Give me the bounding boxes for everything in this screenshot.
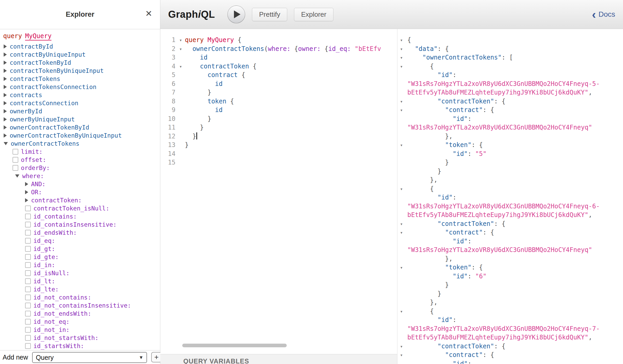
explorer-node-contractTokenById[interactable]: contractTokenById [3,58,160,67]
explorer-node-id_in[interactable]: id_in: [3,261,160,269]
checkbox[interactable] [25,286,31,292]
explorer-node-OR[interactable]: OR: [3,188,160,196]
checkbox[interactable] [25,319,31,325]
expand-arrow-icon[interactable] [25,198,28,202]
explorer-node-limit[interactable]: limit: [3,148,160,156]
docs-link[interactable]: ‹ Docs [592,10,615,19]
fold-arrow-icon[interactable]: ▾ [397,36,407,45]
fold-arrow-icon[interactable]: ▾ [397,263,407,272]
expand-arrow-icon[interactable] [4,109,7,113]
fold-arrow-icon[interactable]: ▾ [397,185,407,193]
explorer-node-contractByUniqueInput[interactable]: contractByUniqueInput [3,50,160,58]
fold-arrow-icon[interactable]: ▾ [397,141,407,150]
collapse-arrow-icon[interactable] [15,174,19,178]
explorer-node-where[interactable]: where: [3,172,160,180]
prettify-button[interactable]: Prettify [252,8,287,21]
query-name[interactable]: MyQuery [25,32,51,40]
explorer-node-contractTokenByUniqueInput[interactable]: contractTokenByUniqueInput [3,67,160,75]
explorer-node-id_contains[interactable]: id_contains: [3,212,160,220]
explorer-toggle-button[interactable]: Explorer [294,8,333,21]
explorer-node-contractsConnection[interactable]: contractsConnection [3,99,160,107]
checkbox[interactable] [25,270,31,276]
expand-arrow-icon[interactable] [4,101,7,105]
explorer-node-id_startsWith[interactable]: id_startsWith: [3,342,160,350]
checkbox[interactable] [25,254,31,260]
explorer-node-ownerById[interactable]: ownerById [3,107,160,115]
expand-arrow-icon[interactable] [4,69,7,73]
fold-arrow-icon[interactable]: ▾ [397,228,407,237]
close-icon[interactable]: ✕ [145,9,152,18]
collapse-arrow-icon[interactable] [4,142,8,145]
explorer-node-id_gte[interactable]: id_gte: [3,253,160,261]
explorer-node-contractById[interactable]: contractById [3,42,160,50]
explorer-node-id_not_in[interactable]: id_not_in: [3,326,160,334]
add-new-operation-select[interactable]: Query ▼ [32,352,147,363]
checkbox[interactable] [25,295,31,300]
explorer-node-id_eq[interactable]: id_eq: [3,237,160,245]
expand-arrow-icon[interactable] [4,117,7,121]
checkbox[interactable] [25,327,31,333]
expand-arrow-icon[interactable] [4,85,7,89]
expand-arrow-icon[interactable] [25,182,28,186]
fold-arrow-icon[interactable]: ▾ [177,62,185,71]
fold-arrow-icon[interactable]: ▾ [397,106,407,115]
execute-query-button[interactable] [227,5,245,23]
checkbox[interactable] [25,311,31,316]
fold-arrow-icon[interactable]: ▾ [177,45,185,54]
explorer-node-id_gt[interactable]: id_gt: [3,245,160,253]
fold-arrow-icon[interactable]: ▾ [397,220,407,228]
explorer-node-ownerByUniqueInput[interactable]: ownerByUniqueInput [3,115,160,123]
query-variables-header[interactable]: QUERY VARIABLES [160,354,397,364]
explorer-node-offset[interactable]: offset: [3,156,160,164]
explorer-node-contractToken[interactable]: contractToken: [3,196,160,204]
fold-arrow-icon[interactable]: ▾ [397,351,407,360]
expand-arrow-icon[interactable] [4,77,7,81]
checkbox[interactable] [25,303,31,308]
explorer-node-contractToken_isNull[interactable]: contractToken_isNull: [3,204,160,212]
checkbox[interactable] [13,149,18,155]
fold-arrow-icon[interactable]: ▾ [397,342,407,351]
explorer-node-id_endsWith[interactable]: id_endsWith: [3,228,160,237]
explorer-node-contractTokens[interactable]: contractTokens [3,75,160,83]
explorer-node-id_not_startsWith[interactable]: id_not_startsWith: [3,334,160,342]
explorer-node-AND[interactable]: AND: [3,180,160,188]
expand-arrow-icon[interactable] [4,125,7,130]
checkbox[interactable] [25,214,31,219]
explorer-node-ownerContractTokenByUniqueInput[interactable]: ownerContractTokenByUniqueInput [3,131,160,139]
expand-arrow-icon[interactable] [4,52,7,57]
explorer-node-contractTokensConnection[interactable]: contractTokensConnection [3,83,160,91]
explorer-node-orderBy[interactable]: orderBy: [3,164,160,172]
fold-arrow-icon[interactable]: ▾ [397,307,407,316]
explorer-node-contracts[interactable]: contracts [3,91,160,99]
explorer-node-id_not_containsInsensitive[interactable]: id_not_containsInsensitive: [3,301,160,309]
checkbox[interactable] [25,206,31,211]
checkbox[interactable] [13,165,18,171]
explorer-node-ownerContractTokenById[interactable]: ownerContractTokenById [3,123,160,131]
explorer-node-id_lte[interactable]: id_lte: [3,285,160,293]
fold-arrow-icon[interactable]: ▾ [397,97,407,106]
explorer-node-ownerContractTokens[interactable]: ownerContractTokens [3,139,160,148]
fold-arrow-icon[interactable]: ▾ [397,53,407,62]
explorer-node-id_not_eq[interactable]: id_not_eq: [3,318,160,326]
expand-arrow-icon[interactable] [25,190,28,194]
explorer-node-id_isNull[interactable]: id_isNull: [3,269,160,277]
explorer-node-id_lt[interactable]: id_lt: [3,277,160,285]
fold-arrow-icon[interactable]: ▾ [177,36,185,45]
checkbox[interactable] [25,335,31,341]
checkbox[interactable] [25,222,31,227]
checkbox[interactable] [25,246,31,252]
checkbox[interactable] [25,278,31,284]
checkbox[interactable] [25,343,31,349]
explorer-node-id_not_endsWith[interactable]: id_not_endsWith: [3,309,160,318]
expand-arrow-icon[interactable] [4,93,7,97]
checkbox[interactable] [25,262,31,268]
explorer-node-id_not_contains[interactable]: id_not_contains: [3,293,160,301]
expand-arrow-icon[interactable] [4,61,7,65]
expand-arrow-icon[interactable] [4,44,7,49]
query-editor[interactable]: 1▾query MyQuery {2▾ ownerContractTokens(… [160,29,397,364]
explorer-node-id_containsInsensitive[interactable]: id_containsInsensitive: [3,220,160,228]
fold-arrow-icon[interactable]: ▾ [397,62,407,71]
checkbox[interactable] [25,230,31,236]
checkbox[interactable] [13,157,18,163]
horizontal-scrollbar[interactable] [182,344,287,347]
